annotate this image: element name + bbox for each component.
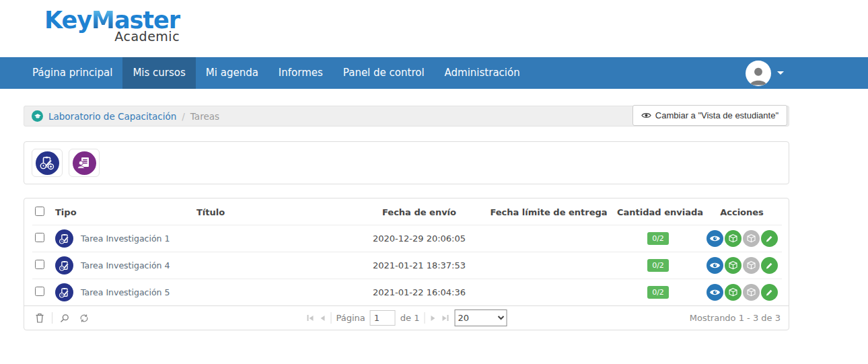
page-of-label: de 1	[400, 313, 420, 323]
user-menu[interactable]	[746, 57, 784, 89]
pencil-icon	[764, 261, 774, 270]
nav-item-label: Panel de control	[343, 67, 425, 79]
delete-button[interactable]	[32, 313, 47, 323]
package-icon	[728, 287, 738, 297]
trash-icon	[35, 313, 44, 323]
assignment-type-icon	[55, 229, 73, 248]
export-disabled-action-button[interactable]	[743, 284, 760, 301]
nav-item-label: Administración	[445, 67, 520, 79]
pencil-icon	[764, 288, 774, 297]
assignment-title-link[interactable]: Tarea Investigación 1	[81, 233, 170, 244]
header-acciones: Acciones	[702, 198, 782, 225]
showing-records-label: Mostrando 1 - 3 de 3	[690, 313, 781, 323]
page-number-input[interactable]	[370, 310, 396, 326]
document-person-icon	[73, 151, 96, 175]
header-fecha-limite: Fecha límite de entrega	[483, 198, 614, 225]
row-checkbox[interactable]	[35, 233, 44, 242]
edit-action-button[interactable]	[761, 284, 778, 301]
eye-icon	[709, 288, 721, 297]
assignments-table: Tipo Título Fecha de envío Fecha límite …	[32, 198, 782, 305]
refresh-icon	[79, 314, 89, 323]
first-page-button[interactable]	[306, 315, 315, 321]
submitted-count-badge: 0/2	[647, 259, 669, 272]
table-row: Tarea Investigación 4 2021-01-21 18:37:5…	[32, 252, 782, 279]
add-assignment-button[interactable]	[32, 149, 63, 177]
assignment-title-link[interactable]: Tarea Investigación 4	[81, 260, 170, 270]
assignments-panel: Tipo Título Fecha de envío Fecha límite …	[24, 198, 789, 330]
breadcrumb-course-link[interactable]: Laboratorio de Capacitación	[48, 111, 176, 122]
submitted-count-badge: 0/2	[647, 232, 669, 245]
export-disabled-action-button[interactable]	[743, 230, 760, 247]
assignment-type-icon	[55, 283, 73, 301]
table-row: Tarea Investigación 1 2020-12-29 20:06:0…	[32, 225, 782, 252]
graduation-cap-icon	[32, 110, 43, 122]
view-action-button[interactable]	[707, 230, 723, 247]
export-action-button[interactable]	[725, 230, 742, 247]
header-tipo: Tipo	[52, 198, 194, 225]
top-header: KeyMaster Academic	[0, 0, 868, 57]
package-icon	[746, 287, 756, 297]
chevron-down-icon	[777, 71, 784, 75]
course-toolbar	[24, 141, 789, 184]
package-icon	[746, 260, 756, 270]
view-action-button[interactable]	[707, 257, 723, 274]
pagination: Página de 1 20	[306, 310, 507, 326]
app-logo[interactable]: KeyMaster Academic	[44, 7, 180, 44]
student-report-button[interactable]	[69, 149, 100, 177]
submission-date: 2020-12-29 20:06:05	[373, 233, 466, 244]
submission-date: 2021-01-21 18:37:53	[373, 260, 466, 270]
table-header-row: Tipo Título Fecha de envío Fecha límite …	[32, 198, 782, 225]
pencil-icon	[764, 234, 774, 244]
next-page-button[interactable]	[429, 316, 436, 321]
search-icon	[60, 314, 69, 323]
row-checkbox[interactable]	[35, 260, 44, 269]
nav-item-3[interactable]: Informes	[268, 57, 333, 89]
eye-icon	[709, 234, 721, 243]
user-avatar[interactable]	[746, 61, 771, 86]
clipboard-clock-plus-icon	[36, 151, 59, 175]
breadcrumb: Laboratorio de Capacitación / Tareas Cam…	[24, 106, 789, 126]
assignment-title-link[interactable]: Tarea Investigación 5	[81, 287, 170, 297]
refresh-button[interactable]	[77, 314, 92, 323]
search-button[interactable]	[57, 314, 72, 323]
nav-item-0[interactable]: Página principal	[22, 57, 122, 89]
nav-item-2[interactable]: Mi agenda	[196, 57, 268, 89]
export-action-button[interactable]	[725, 257, 742, 274]
package-icon	[728, 233, 738, 244]
edit-action-button[interactable]	[761, 257, 778, 274]
nav-item-label: Mi agenda	[206, 67, 258, 79]
page-size-select[interactable]: 20	[454, 310, 507, 326]
export-disabled-action-button[interactable]	[743, 257, 760, 274]
nav-item-5[interactable]: Administración	[435, 57, 530, 89]
submitted-count-badge: 0/2	[647, 286, 669, 299]
row-checkbox[interactable]	[35, 287, 44, 296]
table-row: Tarea Investigación 5 2021-01-22 16:04:3…	[32, 279, 782, 306]
header-fecha-envio: Fecha de envío	[355, 198, 483, 225]
assignment-type-icon	[55, 256, 73, 275]
breadcrumb-separator: /	[182, 111, 185, 122]
eye-icon	[709, 261, 721, 270]
breadcrumb-current-page: Tareas	[190, 111, 219, 122]
last-page-button[interactable]	[441, 315, 449, 321]
header-titulo: Título	[194, 198, 355, 225]
nav-item-label: Página principal	[32, 67, 112, 79]
main-navbar: Página principal Mis cursos Mi agenda In…	[0, 57, 868, 89]
nav-item-4[interactable]: Panel de control	[333, 57, 435, 89]
page-label: Página	[336, 313, 365, 323]
select-all-checkbox[interactable]	[35, 207, 44, 216]
content-container: Laboratorio de Capacitación / Tareas Cam…	[24, 106, 789, 330]
package-icon	[746, 233, 756, 244]
nav-item-label: Informes	[279, 67, 323, 79]
submission-date: 2021-01-22 16:04:36	[373, 287, 466, 297]
student-view-button-label: Cambiar a "Vista de estudiante"	[655, 110, 779, 120]
eye-icon	[641, 112, 651, 119]
prev-page-button[interactable]	[320, 316, 326, 321]
nav-item-1[interactable]: Mis cursos	[122, 57, 195, 89]
edit-action-button[interactable]	[761, 230, 778, 247]
package-icon	[728, 260, 738, 270]
student-view-button[interactable]: Cambiar a "Vista de estudiante"	[632, 105, 787, 126]
export-action-button[interactable]	[725, 284, 742, 301]
view-action-button[interactable]	[707, 284, 723, 301]
nav-item-label: Mis cursos	[133, 67, 185, 79]
table-footer: Página de 1 20 Mostrando 1 - 3 de 3	[24, 305, 789, 330]
